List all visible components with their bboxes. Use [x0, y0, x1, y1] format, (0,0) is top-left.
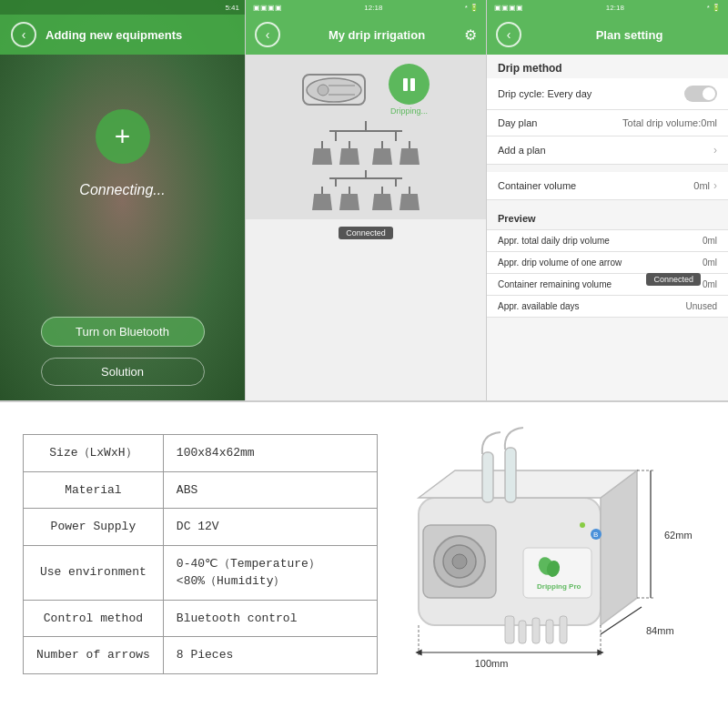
- plus-button[interactable]: +: [96, 109, 150, 164]
- specs-table: Size（LxWxH）100x84x62mmMaterialABSPower S…: [23, 434, 378, 674]
- add-plan-label: Add a plan: [498, 145, 546, 156]
- spec-label: Control method: [24, 600, 164, 637]
- screen2-header: ‹ My drip irrigation ⚙: [246, 15, 486, 55]
- screen3-plan-setting: ▣▣▣▣ 12:18 * 🔋 ‹ Plan setting Drip metho…: [487, 0, 728, 400]
- screen3-status-right: * 🔋: [707, 4, 721, 12]
- spec-label: Material: [24, 471, 164, 509]
- drip-cycle-label: Drip cycle: Every day: [498, 88, 592, 99]
- drip-cycle-toggle[interactable]: [684, 86, 717, 102]
- plan-content: Drip method Drip cycle: Every day Day pl…: [487, 55, 728, 318]
- svg-text:Dripping Pro: Dripping Pro: [537, 582, 581, 591]
- gear-icon[interactable]: ⚙: [464, 26, 477, 44]
- spec-row: Power SupplyDC 12V: [24, 509, 378, 546]
- svg-rect-5: [482, 452, 493, 502]
- preview-title: Preview: [487, 207, 728, 230]
- specs-section: Size（LxWxH）100x84x62mmMaterialABSPower S…: [0, 402, 346, 728]
- svg-rect-6: [505, 448, 516, 502]
- appr-total-value: 0ml: [703, 236, 717, 246]
- device-icon: [302, 74, 366, 106]
- appr-days-label: Appr. available days: [498, 301, 686, 311]
- screen3-back-button[interactable]: ‹: [496, 22, 521, 47]
- svg-point-22: [580, 522, 585, 528]
- spec-label: Number of arrows: [24, 637, 164, 674]
- svg-text:84mm: 84mm: [646, 625, 674, 636]
- container-volume-label: Container volume: [498, 180, 576, 191]
- divider2: [487, 200, 728, 207]
- svg-point-1: [318, 85, 329, 96]
- screen2-back-button[interactable]: ‹: [255, 22, 280, 47]
- drip-method-label: Drip method: [487, 55, 728, 78]
- svg-point-10: [452, 554, 467, 569]
- container-volume-row[interactable]: Container volume 0ml ›: [487, 172, 728, 200]
- bottom-section: Size（LxWxH）100x84x62mmMaterialABSPower S…: [0, 400, 728, 728]
- screen1-title: Adding new equipments: [46, 28, 182, 42]
- spec-label: Use environment: [24, 545, 164, 600]
- container-volume-value: 0ml: [693, 180, 710, 191]
- svg-text:B: B: [593, 531, 598, 539]
- connected-badge: Connected: [339, 227, 393, 239]
- appr-drip-row: Appr. drip volume of one arrow 0ml Conne…: [487, 252, 728, 274]
- appr-total-row: Appr. total daily drip volume 0ml: [487, 230, 728, 252]
- screen1-header: ‹ Adding new equipments: [0, 15, 245, 55]
- appr-days-value: Unused: [686, 301, 717, 311]
- spec-row: Control methodBluetooth control: [24, 600, 378, 637]
- device-svg: Dripping Pro B 100mm 62mm 84mm: [364, 425, 701, 707]
- total-drip-value: Total drip volume:0ml: [622, 117, 717, 128]
- turn-on-bluetooth-button[interactable]: Turn on Bluetooth: [41, 317, 205, 347]
- screen2-title: My drip irrigation: [329, 28, 425, 42]
- svg-text:100mm: 100mm: [475, 658, 509, 669]
- spec-label: Size（LxWxH）: [24, 435, 164, 472]
- screen2-status-right: * 🔋: [465, 4, 479, 12]
- svg-rect-13: [532, 618, 540, 643]
- screen1-status-bar: 5:41: [0, 0, 245, 15]
- screen2-status-left: ▣▣▣▣: [253, 4, 282, 12]
- add-plan-row[interactable]: Add a plan ›: [487, 136, 728, 165]
- connecting-text: Connecting...: [0, 182, 245, 198]
- screen2-time: 12:18: [364, 4, 382, 12]
- svg-rect-15: [560, 616, 567, 643]
- spec-row: MaterialABS: [24, 471, 378, 509]
- spec-row: Size（LxWxH）100x84x62mm: [24, 435, 378, 472]
- appr-days-row: Appr. available days Unused: [487, 296, 728, 318]
- appr-drip-label: Appr. drip volume of one arrow: [498, 258, 703, 268]
- screen2-drip-irrigation: ▣▣▣▣ 12:18 * 🔋 ‹ My drip irrigation ⚙: [246, 0, 487, 400]
- screen1-adding-equipments: 5:41 ‹ Adding new equipments + Connectin…: [0, 0, 246, 400]
- pipe-tree: [255, 121, 477, 210]
- svg-text:62mm: 62mm: [664, 530, 693, 541]
- screen3-status-left: ▣▣▣▣: [494, 4, 523, 12]
- device-image-area: Dripping Pro B 100mm 62mm 84mm: [346, 402, 719, 728]
- appr-drip-value: 0ml: [703, 258, 717, 268]
- svg-point-0: [307, 78, 361, 102]
- spec-row: Number of arrows8 Pieces: [24, 637, 378, 674]
- appr-total-label: Appr. total daily drip volume: [498, 236, 703, 246]
- screen1-time: 5:41: [225, 4, 239, 12]
- connected-tooltip: Connected: [646, 273, 701, 286]
- day-plan-label: Day plan: [498, 117, 537, 128]
- svg-rect-11: [505, 616, 514, 643]
- drip-cycle-row: Drip cycle: Every day: [487, 78, 728, 110]
- container-chevron: ›: [713, 179, 717, 192]
- plus-icon: +: [115, 121, 131, 152]
- container-remaining-value: 0ml: [703, 279, 717, 289]
- dripping-circle: [389, 64, 430, 105]
- spec-row: Use environment0-40℃（Temperature） <80%（H…: [24, 545, 378, 600]
- screen3-header: ‹ Plan setting: [487, 15, 728, 55]
- day-plan-row: Day plan Total drip volume:0ml: [487, 110, 728, 136]
- solution-button[interactable]: Solution: [41, 358, 205, 386]
- add-plan-chevron: ›: [713, 144, 717, 157]
- svg-rect-12: [519, 621, 526, 643]
- spec-label: Power Supply: [24, 509, 164, 546]
- svg-rect-14: [546, 620, 553, 643]
- drip-diagram: Dripping...: [246, 55, 486, 219]
- dripping-label: Dripping...: [390, 106, 428, 116]
- screen1-back-button[interactable]: ‹: [11, 22, 36, 47]
- divider1: [487, 165, 728, 172]
- screen3-time: 12:18: [606, 4, 624, 12]
- screen3-title: Plan setting: [540, 28, 719, 42]
